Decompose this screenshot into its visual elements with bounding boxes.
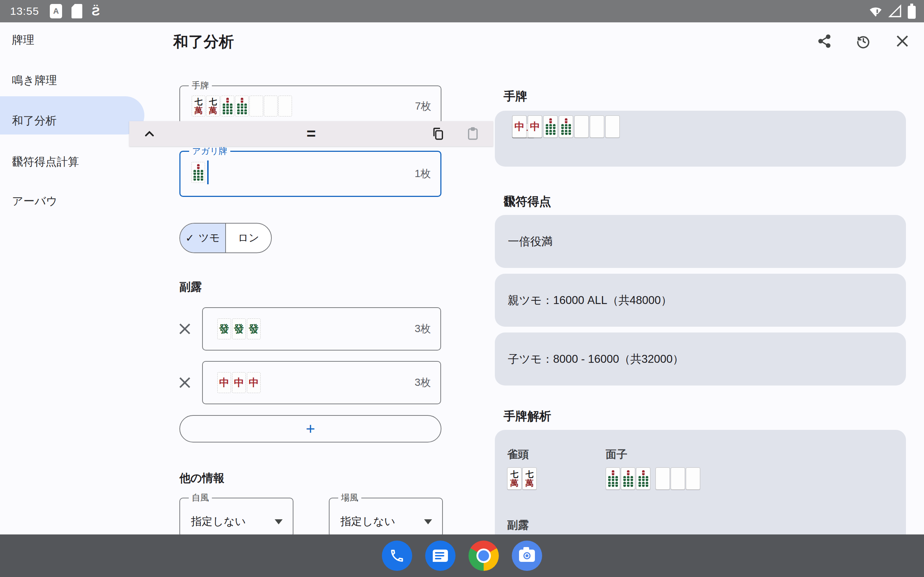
copy-icon[interactable] [427, 123, 449, 145]
phone-app-icon[interactable] [382, 541, 412, 571]
check-icon: ✓ [186, 232, 194, 244]
mahjong-tile-man7: 七萬 [522, 467, 537, 490]
sets-label: 面子 [606, 447, 627, 462]
sidebar-item-abaw[interactable]: アーバウ [12, 193, 57, 209]
meld2-tiles: 中中 [512, 115, 542, 138]
letter-a-notification-icon: A [50, 4, 62, 18]
analysis-fuuro-label: 副露 [507, 518, 529, 533]
agari-field[interactable]: アガリ牌 1枚 [179, 151, 441, 197]
mahjong-tile-sou7 [235, 95, 249, 116]
mahjong-tile-haku [574, 115, 589, 138]
mahjong-tile-sou7 [621, 467, 635, 490]
mahjong-tile-chun: 中 [232, 372, 246, 393]
jikaze-label: 自風 [189, 493, 212, 503]
mahjong-tile-sou7 [559, 115, 573, 138]
tsumo-segment[interactable]: ✓ ツモ [180, 224, 225, 253]
ko-tsumo-text: 子ツモ：8000 - 16000（共32000） [508, 351, 683, 367]
mahjong-tile-haku [605, 115, 620, 138]
mahjong-tile-sou7 [636, 467, 650, 490]
status-bar: 13:55 A Ƨ̈ [0, 0, 924, 23]
sidebar-item-hanfu-keisan[interactable]: 飜符得点計算 [12, 154, 79, 169]
mahjong-tile-haku [686, 467, 700, 490]
remove-meld-1-icon[interactable] [177, 321, 193, 337]
fuuro-heading: 副露 [179, 279, 202, 295]
mahjong-tile-chun: 中 [217, 372, 231, 393]
agari-field-label: アガリ牌 [189, 146, 230, 156]
mahjong-tile-haku [656, 467, 670, 490]
clock: 13:55 [10, 5, 39, 17]
history-icon[interactable] [853, 30, 874, 52]
mahjong-tile-chun: 中 [512, 115, 527, 138]
meld-1-tiles[interactable]: 發發發 [217, 318, 261, 339]
tehai-tiles[interactable]: 七萬七萬 [192, 95, 292, 116]
text-cursor [207, 161, 208, 184]
meld-2-tiles[interactable]: 中中中 [217, 372, 261, 393]
add-meld-button[interactable]: + [179, 415, 441, 443]
pair-label: 雀頭 [507, 447, 529, 462]
mahjong-tile-sou7 [221, 95, 234, 116]
s-app-icon: Ƨ̈ [92, 4, 100, 18]
mahjong-tile-man7: 七萬 [507, 467, 522, 490]
mahjong-tile-hatsu: 發 [247, 318, 261, 339]
pair-tiles: 七萬七萬 [507, 467, 537, 490]
wifi-alert-icon [868, 4, 883, 18]
chrome-app-icon[interactable] [468, 541, 499, 571]
mahjong-tile-sou7 [543, 115, 558, 138]
share-icon[interactable] [814, 30, 835, 52]
agari-count: 1枚 [415, 167, 431, 181]
messages-app-icon[interactable] [425, 541, 456, 571]
mahjong-tile-hatsu: 發 [232, 318, 246, 339]
top-actions [814, 30, 913, 52]
bakaze-dropdown[interactable]: 場風 指定しない [329, 498, 443, 537]
mahjong-tile-sou7 [606, 467, 620, 490]
sidebar-item-naki-hairi[interactable]: 鳴き牌理 [12, 73, 57, 88]
yakuman-text: 一倍役満 [508, 234, 552, 249]
oya-tsumo-text: 親ツモ：16000 ALL（共48000） [508, 293, 672, 308]
mahjong-tile-chun: 中 [528, 115, 542, 138]
other-info-heading: 他の情報 [179, 471, 225, 486]
plus-icon: + [306, 421, 315, 437]
android-nav-bar [0, 534, 924, 577]
page-title: 和了分析 [173, 32, 234, 52]
agari-tiles[interactable] [191, 162, 205, 183]
tsumo-label: ツモ [199, 231, 220, 245]
jikaze-value: 指定しない [191, 514, 246, 529]
drag-handle-icon[interactable]: = [307, 123, 316, 145]
battery-icon [908, 3, 916, 19]
chevron-down-icon [275, 519, 283, 524]
ron-label: ロン [238, 231, 259, 245]
result-hand-card: 七萬七萬 發 發發 中 中中 [495, 111, 906, 167]
meld-2-box[interactable]: 中中中 3枚 [202, 361, 441, 404]
chevron-down-icon [424, 519, 432, 524]
mahjong-tile-haku [590, 115, 604, 138]
set2-tiles [656, 467, 700, 490]
camera-app-icon[interactable] [512, 541, 542, 571]
score-card-yakuman: 一倍役満 [495, 215, 906, 268]
jikaze-dropdown[interactable]: 自風 指定しない [179, 498, 294, 537]
close-icon[interactable] [892, 30, 913, 52]
win-type-toggle: ✓ ツモ ロン [179, 223, 272, 253]
paste-icon[interactable] [462, 123, 484, 145]
mahjong-tile-sou7 [191, 162, 205, 183]
tehai-field-label: 手牌 [189, 81, 212, 90]
floating-toolbar: = [129, 121, 493, 147]
score-heading: 飜符得点 [504, 193, 551, 210]
mahjong-tile-haku [249, 95, 263, 116]
meld-1-count: 3枚 [415, 322, 431, 336]
meld-1-box[interactable]: 發發發 3枚 [202, 307, 441, 351]
bakaze-label: 場風 [338, 493, 361, 503]
mahjong-tile-haku [278, 95, 292, 116]
result-tehai-heading: 手牌 [504, 89, 527, 105]
mahjong-tile-chun: 中 [247, 372, 261, 393]
remove-meld-2-icon[interactable] [177, 375, 193, 390]
sidebar-item-hairi[interactable]: 牌理 [12, 32, 34, 48]
mahjong-tile-man7: 七萬 [206, 95, 220, 116]
sidebar-item-horabunseki[interactable]: 和了分析 [12, 113, 57, 128]
ron-segment[interactable]: ロン [225, 224, 271, 253]
collapse-icon[interactable] [139, 123, 160, 145]
score-card-ko: 子ツモ：8000 - 16000（共32000） [495, 332, 906, 385]
mahjong-tile-haku [264, 95, 278, 116]
cell-signal-empty-icon [888, 4, 902, 18]
mahjong-tile-haku [670, 467, 685, 490]
meld-2-count: 3枚 [415, 376, 431, 390]
